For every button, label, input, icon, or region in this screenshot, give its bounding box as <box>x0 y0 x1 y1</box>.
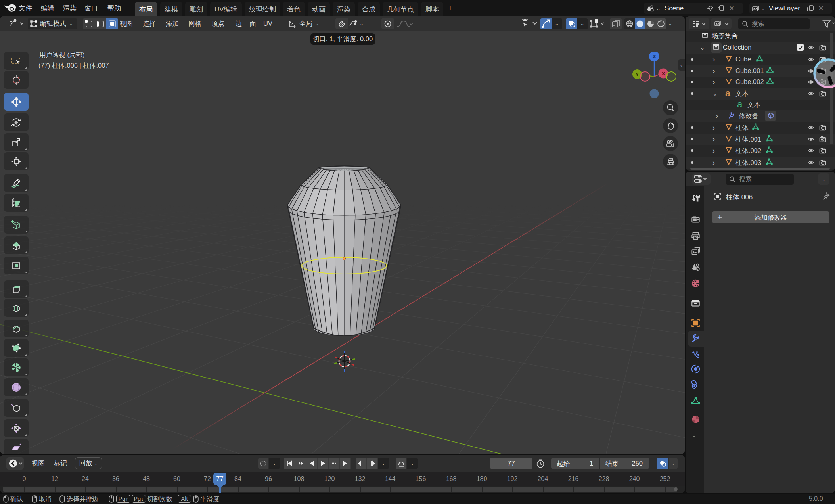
svg-text:Y: Y <box>635 71 639 77</box>
svg-text:X: X <box>661 71 665 77</box>
svg-text:Z: Z <box>653 54 656 59</box>
